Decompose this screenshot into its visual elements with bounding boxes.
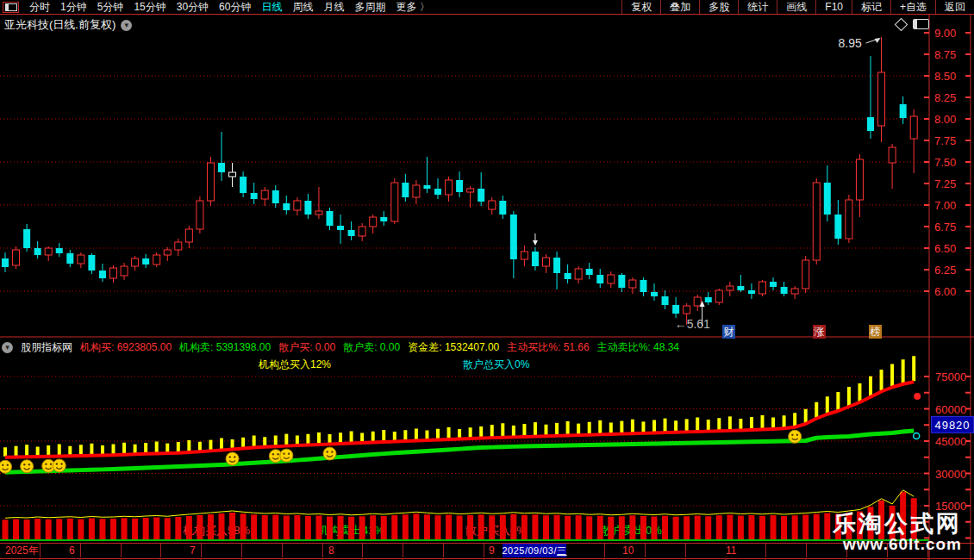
svg-text:散户买入0%: 散户买入0%: [465, 524, 527, 537]
menu-item-7[interactable]: 日线: [256, 0, 287, 14]
stat-2: 机构卖: 5391398.00: [179, 340, 271, 355]
money-tick: 45000: [935, 435, 971, 448]
year-label: 2025年: [3, 544, 41, 557]
watermark: 乐淘公式网 www.60lt.com: [833, 512, 962, 553]
svg-text:8.95: 8.95: [839, 36, 862, 50]
toolbar-item-叠加[interactable]: 叠加: [660, 0, 699, 14]
watermark-badge-榜: 榜: [869, 325, 882, 339]
date-label-8: 8: [327, 544, 336, 557]
page-title: 亚光科技(日线.前复权): [4, 17, 116, 33]
stat-3: 散户买: 0.00: [278, 340, 335, 355]
chart-canvas[interactable]: 8.95←5.61机构买入58%机构卖出41%散户买入0%散户卖出0%: [0, 0, 974, 560]
date-tick: [443, 544, 444, 557]
watermark-badge-涨: 涨: [813, 325, 826, 339]
split-window-icon[interactable]: [913, 19, 929, 29]
menu-item-9[interactable]: 月线: [318, 0, 349, 14]
diamond-icon[interactable]: [895, 17, 908, 31]
date-label-11: 11: [724, 544, 738, 557]
highlighted-date: 2025/09/03/三: [503, 544, 566, 557]
chart-title-row: 亚光科技(日线.前复权) ▾: [4, 17, 132, 33]
price-tick: 6.75: [934, 221, 969, 233]
date-tick: [40, 544, 41, 557]
stat-6: 主动买比%: 51.66: [507, 340, 589, 355]
indicator-source: 股朋指标网: [21, 340, 72, 355]
price-tick: 8.50: [934, 70, 969, 83]
date-tick: [201, 544, 202, 557]
indicator-header: ▾ 股朋指标网 机构买: 6923805.00机构卖: 5391398.00散户…: [2, 340, 679, 355]
date-tick: [806, 544, 807, 557]
price-tick: 7.75: [934, 134, 969, 147]
chevron-down-icon[interactable]: ▾: [121, 20, 132, 31]
stat-7: 主动卖比%: 48.34: [597, 340, 679, 355]
menu-item-8[interactable]: 周线: [287, 0, 318, 14]
price-tick: 6.50: [934, 242, 969, 255]
layout-panel-icon[interactable]: [3, 2, 19, 13]
menu-item-6[interactable]: 60分钟: [214, 0, 256, 14]
date-tick: [282, 544, 283, 557]
chart-corner-icons: [896, 19, 929, 29]
menu-item-10[interactable]: 多周期: [349, 0, 390, 14]
watermark-badge-财: 财: [722, 325, 735, 339]
stat-5: 资金差: 1532407.00: [408, 340, 499, 355]
date-tick: [765, 544, 766, 557]
toolbar-item-复权[interactable]: 复权: [621, 0, 660, 14]
price-tick: 7.50: [934, 156, 969, 169]
date-tick: [484, 544, 484, 557]
date-axis[interactable]: 2025年 67891011 2025/09/03/三: [0, 543, 974, 559]
date-tick: [604, 544, 605, 557]
price-tick: 7.25: [934, 177, 969, 190]
stat-1: 机构买: 6923805.00: [80, 340, 172, 355]
price-tick: 8.00: [934, 113, 969, 126]
date-tick: [121, 544, 122, 557]
app-window: 8.95←5.61机构买入58%机构卖出41%散户买入0%散户卖出0% 分时1分…: [0, 0, 974, 560]
price-tick: 8.25: [934, 91, 969, 104]
money-tick: 30000: [935, 467, 971, 480]
date-tick: [241, 544, 242, 557]
toolbar-item-F10[interactable]: F10: [815, 0, 852, 14]
price-tick: 6.00: [934, 285, 969, 298]
toolbar-item-统计[interactable]: 统计: [738, 0, 777, 14]
toolbar-item-多股[interactable]: 多股: [699, 0, 738, 14]
toolbar-item-画线[interactable]: 画线: [777, 0, 815, 14]
price-tick: 9.00: [934, 27, 969, 40]
menu-item-3[interactable]: 5分钟: [92, 0, 129, 14]
date-label-10: 10: [621, 544, 635, 557]
date-tick: [322, 544, 323, 557]
money-tick: 60000: [935, 402, 971, 415]
menu-item-4[interactable]: 15分钟: [128, 0, 171, 14]
menu-item-5[interactable]: 30分钟: [172, 0, 214, 14]
date-tick: [160, 544, 161, 557]
toolbar-item-标记[interactable]: 标记: [852, 0, 890, 14]
date-label-6: 6: [67, 544, 77, 557]
date-tick: [685, 544, 686, 557]
svg-text:←5.61: ←5.61: [675, 317, 710, 331]
menu-item-1[interactable]: 分时: [24, 0, 55, 14]
latest-value-badge: 49820: [931, 416, 974, 433]
date-tick: [80, 544, 81, 557]
date-tick: [362, 544, 363, 557]
money-tick: 75000: [935, 370, 971, 383]
price-tick: 6.25: [934, 264, 969, 277]
price-tick: 8.75: [934, 48, 969, 61]
toolbar-item-+自选[interactable]: +自选: [890, 0, 935, 14]
top-menu-bar: 分时1分钟5分钟15分钟30分钟60分钟日线周线月线多周期更多 〉 复权叠加多股…: [0, 0, 974, 15]
date-tick: [403, 544, 403, 557]
sub-stat-1: 机构总买入12%: [259, 358, 331, 372]
stat-4: 散户卖: 0.00: [343, 340, 400, 355]
date-tick: [645, 544, 646, 557]
watermark-line1: 乐淘公式网: [833, 512, 962, 536]
menu-item-11[interactable]: 更多 〉: [390, 0, 434, 14]
tools-menu: 复权叠加多股统计画线F10标记+自选返回: [621, 0, 974, 14]
toolbar-item-返回[interactable]: 返回: [935, 0, 974, 14]
date-label-7: 7: [188, 544, 197, 557]
date-label-9: 9: [487, 544, 496, 557]
period-menu: 分时1分钟5分钟15分钟30分钟60分钟日线周线月线多周期更多 〉: [0, 0, 435, 14]
collapse-panel-icon[interactable]: ▾: [2, 342, 13, 353]
watermark-line2: www.60lt.com: [833, 536, 962, 553]
price-tick: 7.00: [934, 199, 969, 212]
menu-item-2[interactable]: 1分钟: [55, 0, 92, 14]
sub-stat-2: 散户总买入0%: [463, 358, 529, 372]
